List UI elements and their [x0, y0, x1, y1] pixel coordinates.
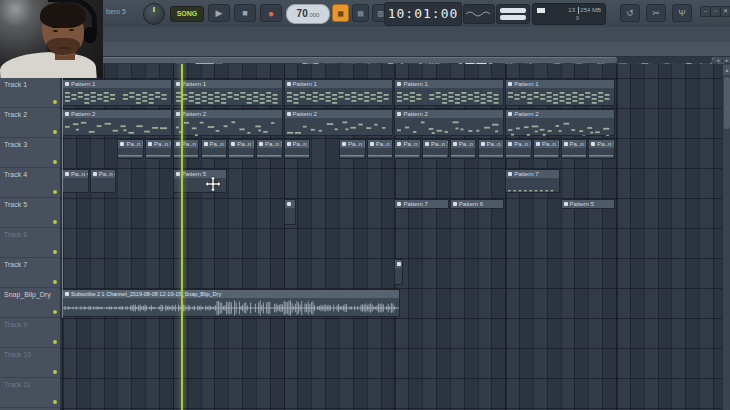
mini-clip[interactable] [394, 259, 403, 285]
track-mute-led[interactable] [53, 310, 57, 314]
pattern-clip[interactable]: Pa..n 3 [339, 139, 366, 159]
pattern-icon [204, 142, 208, 146]
pattern-clip[interactable]: Pa..n 3 [533, 139, 560, 159]
playlist-grid[interactable]: Pattern 1Pattern 1Pattern 1Pattern 1Patt… [60, 64, 722, 410]
pattern-clip[interactable]: Pattern 2 [505, 109, 615, 136]
midi-note-preview [285, 149, 309, 159]
track-mute-led[interactable] [53, 400, 57, 404]
pattern-clip[interactable]: Pa..n 3 [561, 139, 588, 159]
cut-tool-button[interactable]: ✂ [646, 4, 666, 22]
clip-label: Pa..n 3 [487, 141, 504, 147]
pattern-clip[interactable]: Pa..n 3 [394, 139, 421, 159]
vertical-scrollbar-thumb[interactable] [724, 77, 730, 129]
track-header-track-11[interactable]: Track 11 [0, 378, 60, 408]
track-mute-led[interactable] [53, 190, 57, 194]
clip-label: Pa..n 3 [459, 141, 476, 147]
pattern-clip[interactable]: Pattern 2 [394, 109, 504, 136]
pattern-clip[interactable]: Pa..n 3 [228, 139, 255, 159]
song-mode-toggle[interactable]: SONG [170, 6, 204, 22]
play-button[interactable]: ▶ [208, 4, 230, 22]
midi-note-preview [285, 119, 392, 136]
clip-header: Pa..n 3 [257, 140, 282, 148]
playlist-titlebar[interactable]: ◳ ◆ Playlist - Arrangement - Pattern 2 -… [0, 42, 730, 57]
pattern-clip[interactable]: Pa..n 3 [284, 139, 311, 159]
pattern-clip[interactable]: Pa..n 4 [90, 169, 117, 193]
track-header-track-7[interactable]: Track 7 [0, 258, 60, 288]
pattern-clip[interactable]: Pa..n 3 [145, 139, 172, 159]
track-header-track-5[interactable]: Track 5 [0, 198, 60, 228]
pattern-clip[interactable]: Pa..n 3 [117, 139, 144, 159]
track-mute-led[interactable] [53, 130, 57, 134]
track-header-track-6[interactable]: Track 6 [0, 228, 60, 258]
pattern-icon [397, 262, 401, 266]
track-mute-led[interactable] [53, 160, 57, 164]
pattern-clip[interactable]: Pa..n 3 [367, 139, 394, 159]
scroll-right-button[interactable]: ▸ [723, 57, 730, 63]
pattern-clip[interactable]: Pattern 6 [450, 199, 504, 209]
midi-note-preview [257, 149, 281, 159]
pattern-clip[interactable]: Pa..n 3 [201, 139, 228, 159]
pattern-clip[interactable]: Pa..n 3 [588, 139, 615, 159]
pattern-icon [176, 172, 180, 176]
pattern-clip[interactable]: Pa..n 3 [478, 139, 505, 159]
pattern-icon [176, 82, 180, 86]
pattern-clip[interactable]: Pattern 7 [394, 199, 448, 209]
pattern-clip[interactable]: Pa..n 3 [256, 139, 283, 159]
close-button[interactable]: ✕ [720, 6, 730, 17]
pattern-clip[interactable]: Pattern 1 [62, 79, 172, 106]
metronome-button[interactable]: ▦ [332, 4, 349, 22]
pattern-clip[interactable]: Pattern 5 [561, 199, 615, 209]
pattern-clip[interactable]: Pattern 1 [173, 79, 283, 106]
transport-toolbar: bero 5 SONG ▶ ■ ● 70.000 ▦▤▥ 10:01:00 13… [0, 0, 730, 28]
track-header-track-9[interactable]: Track 9 [0, 318, 60, 348]
pattern-clip[interactable]: Pa..n 3 [422, 139, 449, 159]
pattern-icon [93, 172, 97, 176]
pattern-icon [287, 112, 291, 116]
track-header-track-1[interactable]: Track 1 [0, 78, 60, 108]
pattern-clip[interactable]: Pa..n 3 [505, 139, 532, 159]
pattern-clip[interactable]: Pa..n 3 [173, 139, 200, 159]
pattern-clip[interactable]: Pattern 2 [173, 109, 283, 136]
track-mute-led[interactable] [53, 100, 57, 104]
tempo-display[interactable]: 70.000 [286, 4, 330, 24]
pattern-clip[interactable]: Pattern 7 [505, 169, 559, 193]
track-header-track-4[interactable]: Track 4 [0, 168, 60, 198]
mini-clip[interactable] [284, 199, 297, 225]
track-mute-led[interactable] [53, 220, 57, 224]
pattern-clip[interactable]: Pattern 2 [62, 109, 172, 136]
song-start-marker [62, 78, 63, 318]
time-display[interactable]: 10:01:00 [384, 2, 462, 26]
cut-tool-icon: ✂ [652, 8, 660, 18]
vertical-scrollbar[interactable]: ▲ [722, 64, 730, 410]
pattern-clip[interactable]: Pattern 1 [284, 79, 394, 106]
track-mute-led[interactable] [53, 280, 57, 284]
horizontal-scrollbar-thumb[interactable] [60, 57, 617, 63]
track-header-track-3[interactable]: Track 3 [0, 138, 60, 168]
mic-record-button[interactable]: Ψ [672, 4, 692, 22]
track-mute-led[interactable] [53, 340, 57, 344]
undo-history-button[interactable]: ↺ [620, 4, 640, 22]
scroll-up-button[interactable]: ▲ [723, 65, 730, 75]
clip-label: Pa..n 3 [542, 141, 559, 147]
wait-for-input-button[interactable]: ▤ [352, 4, 369, 22]
record-button[interactable]: ● [260, 4, 282, 22]
audio-clip[interactable]: Subscribe 2 1 Channel_2019-08-08 12-19-1… [62, 289, 400, 317]
pattern-icon [508, 142, 512, 146]
scroll-left-button[interactable]: ◂ [714, 57, 722, 63]
clip-header: Pa..n 4 [63, 170, 88, 178]
track-header-track-10[interactable]: Track 10 [0, 348, 60, 378]
stop-button[interactable]: ■ [234, 4, 256, 22]
track-header-track-2[interactable]: Track 2 [0, 108, 60, 138]
pattern-clip[interactable]: Pattern 2 [284, 109, 394, 136]
pattern-icon [508, 112, 512, 116]
track-mute-led[interactable] [53, 250, 57, 254]
pattern-clip[interactable]: Pa..n 4 [62, 169, 89, 193]
clip-label: Pa..n 3 [154, 141, 171, 147]
track-header-snap-blip-dry[interactable]: Snap_Blip_Dry [0, 288, 60, 318]
horizontal-scrollbar[interactable] [60, 57, 712, 63]
master-volume-knob[interactable] [143, 3, 165, 25]
track-mute-led[interactable] [53, 370, 57, 374]
pattern-clip[interactable]: Pattern 1 [394, 79, 504, 106]
pattern-clip[interactable]: Pattern 1 [505, 79, 615, 106]
pattern-clip[interactable]: Pa..n 3 [450, 139, 477, 159]
